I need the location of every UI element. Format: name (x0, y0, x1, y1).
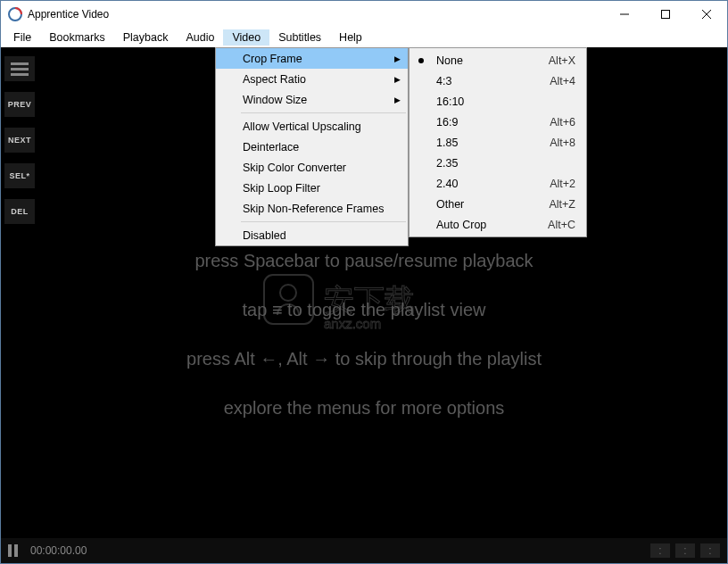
accelerator-text: Alt+Z (549, 198, 575, 211)
maximize-button[interactable] (645, 1, 686, 28)
accelerator-text: Alt+4 (550, 75, 575, 87)
menu-item-disabled[interactable]: Disabled (216, 225, 408, 245)
crop-option-label: 2.40 (436, 178, 550, 190)
crop-option-1-85[interactable]: 1.85Alt+8 (410, 132, 586, 153)
window-controls (604, 1, 727, 28)
accelerator-text: Alt+8 (550, 137, 575, 149)
app-icon (8, 7, 22, 21)
menu-item-skip-color-converter[interactable]: Skip Color Converter (216, 157, 408, 178)
minimize-button[interactable] (604, 1, 645, 28)
accelerator-text: Alt+2 (550, 178, 575, 190)
submenu-arrow-icon: ▶ (394, 54, 401, 63)
accelerator-text: Alt+6 (550, 116, 575, 129)
crop-option-label: None (436, 54, 549, 67)
menu-item-skip-non-reference-frames[interactable]: Skip Non-Reference Frames (216, 198, 408, 219)
svg-rect-2 (662, 11, 670, 19)
right-slots: ::: (650, 543, 720, 558)
menu-item-crop-frame[interactable]: Crop Frame▶ (216, 48, 408, 69)
crop-option-label: Auto Crop (436, 219, 548, 231)
crop-option-auto-crop[interactable]: Auto CropAlt+C (410, 214, 586, 235)
prev-button[interactable]: PREV (4, 92, 35, 117)
menu-item-deinterlace[interactable]: Deinterlace (216, 137, 408, 157)
menu-item-aspect-ratio[interactable]: Aspect Ratio▶ (216, 69, 408, 89)
crop-option-label: Other (436, 198, 549, 211)
title-bar: Apprentice Video (1, 1, 727, 28)
del-button[interactable]: DEL (4, 199, 35, 224)
crop-option-label: 2.35 (436, 157, 575, 170)
video-menu-dropdown: Crop Frame▶Aspect Ratio▶Window Size▶Allo… (215, 47, 409, 246)
crop-option-none[interactable]: NoneAlt+X (410, 50, 586, 70)
bottom-bar: 00:00:00.00 ::: (1, 538, 727, 563)
menu-item-allow-vertical-upscaling[interactable]: Allow Vertical Upscaling (216, 116, 408, 137)
menu-playback[interactable]: Playback (114, 29, 178, 46)
menu-video[interactable]: Video (223, 29, 269, 46)
crop-option-2-40[interactable]: 2.40Alt+2 (410, 173, 586, 194)
status-slot: : (700, 543, 720, 558)
crop-option-label: 16:10 (436, 95, 575, 108)
crop-option-16-9[interactable]: 16:9Alt+6 (410, 112, 586, 132)
selected-bullet-icon (418, 58, 424, 63)
menu-item-skip-loop-filter[interactable]: Skip Loop Filter (216, 178, 408, 198)
sidebar: PREV NEXT SEL* DEL (4, 56, 35, 224)
submenu-arrow-icon: ▶ (394, 95, 401, 104)
crop-option-4-3[interactable]: 4:3Alt+4 (410, 70, 586, 91)
crop-option-2-35[interactable]: 2.35 (410, 153, 586, 173)
menu-subtitles[interactable]: Subtitles (269, 29, 330, 46)
hint-line: explore the menus for more options (224, 398, 505, 419)
pause-icon[interactable] (8, 544, 18, 557)
crop-option-label: 1.85 (436, 137, 550, 149)
menu-bar: FileBookmarksPlaybackAudioVideoSubtitles… (1, 28, 727, 47)
hint-line: press Spacebar to pause/resume playback (194, 251, 533, 271)
hint-line: press Alt ←, Alt → to skip through the p… (186, 349, 542, 369)
video-area: PREV NEXT SEL* DEL 安下载 anxz.com press Sp… (1, 47, 727, 563)
hamburger-button[interactable] (4, 56, 35, 81)
next-button[interactable]: NEXT (4, 128, 35, 153)
crop-frame-submenu: NoneAlt+X4:3Alt+416:1016:9Alt+61.85Alt+8… (409, 47, 587, 237)
menu-file[interactable]: File (4, 29, 40, 46)
crop-option-16-10[interactable]: 16:10 (410, 91, 586, 112)
window-title: Apprentice Video (28, 8, 604, 21)
submenu-arrow-icon: ▶ (394, 75, 401, 84)
menu-audio[interactable]: Audio (177, 29, 223, 46)
hint-line: tap ≡ to toggle the playlist view (243, 300, 486, 320)
menu-item-window-size[interactable]: Window Size▶ (216, 89, 408, 110)
accelerator-text: Alt+X (549, 54, 575, 67)
menu-bookmarks[interactable]: Bookmarks (40, 29, 114, 46)
hint-text-group: press Spacebar to pause/resume playbackt… (1, 251, 727, 419)
status-slot: : (675, 543, 695, 558)
close-button[interactable] (686, 1, 727, 28)
sel-button[interactable]: SEL* (4, 163, 35, 188)
timecode: 00:00:00.00 (30, 544, 87, 557)
crop-option-label: 16:9 (436, 116, 550, 129)
accelerator-text: Alt+C (548, 219, 575, 231)
crop-option-other[interactable]: OtherAlt+Z (410, 194, 586, 214)
menu-help[interactable]: Help (330, 29, 371, 46)
status-slot: : (650, 543, 670, 558)
crop-option-label: 4:3 (436, 75, 550, 87)
